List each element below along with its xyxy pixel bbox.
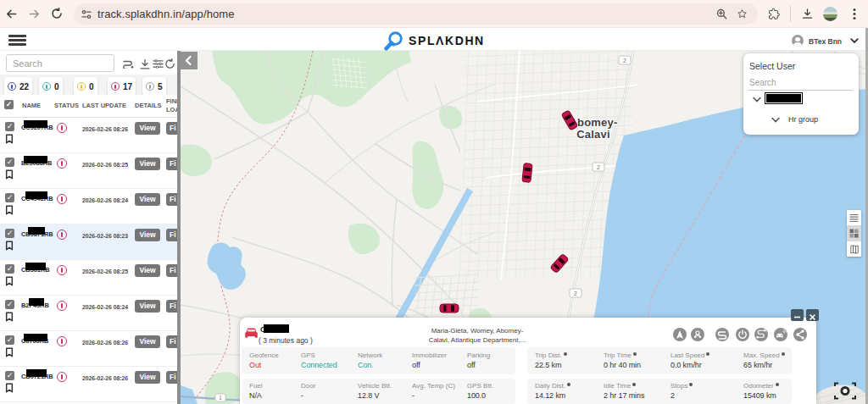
svg-text:2: 2 bbox=[597, 164, 600, 170]
svg-text:1: 1 bbox=[219, 395, 222, 401]
svg-text:2: 2 bbox=[574, 291, 577, 296]
svg-text:Calavi: Calavi bbox=[576, 128, 610, 141]
svg-text:2: 2 bbox=[623, 58, 626, 64]
